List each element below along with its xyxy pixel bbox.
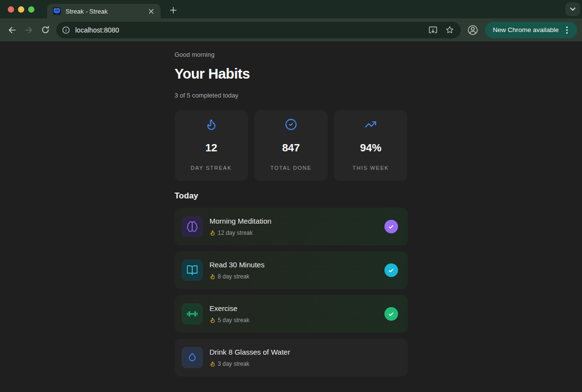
habit-list: Morning Meditation 12 day streak [175, 208, 408, 376]
stat-value: 94% [360, 142, 382, 154]
install-app-icon[interactable] [429, 26, 437, 34]
tab-strip: Streak - Streak [0, 0, 582, 18]
circle-check-icon [285, 118, 297, 131]
habit-complete-toggle[interactable] [384, 220, 398, 233]
trending-up-icon [365, 118, 377, 131]
stats-row: 12 DAY STREAK 847 TOTAL DONE 94% THIS WE… [175, 110, 408, 181]
streak-text: 12 day streak [218, 229, 253, 236]
habit-name: Drink 8 Glasses of Water [210, 348, 398, 356]
book-open-icon [182, 260, 203, 281]
habit-name: Exercise [210, 304, 384, 312]
flame-icon [205, 118, 217, 131]
stat-label: THIS WEEK [352, 165, 389, 171]
address-bar[interactable]: localhost:8080 [56, 22, 461, 38]
dumbbell-icon [182, 303, 203, 325]
habits-container: Good morning Your Habits 3 of 5 complete… [175, 41, 408, 392]
habit-text: Read 30 Minutes 8 day streak [210, 261, 384, 280]
profile-avatar-icon[interactable] [465, 22, 481, 38]
streak-row: 8 day streak [210, 273, 384, 280]
streak-text: 5 day streak [218, 317, 249, 324]
streak-text: 8 day streak [218, 273, 249, 280]
habit-row-drink-water[interactable]: Drink 8 Glasses of Water 3 day streak [175, 339, 408, 376]
habit-row-exercise[interactable]: Exercise 5 day streak [175, 295, 408, 333]
habit-complete-toggle[interactable] [384, 263, 398, 277]
stat-card-total-done: 847 TOTAL DONE [254, 110, 328, 181]
zoom-window-button[interactable] [28, 6, 34, 13]
habit-text: Exercise 5 day streak [210, 304, 384, 324]
stat-card-this-week: 94% THIS WEEK [334, 110, 407, 181]
habit-name: Morning Meditation [210, 217, 384, 225]
site-info-icon[interactable] [62, 26, 70, 34]
chrome-update-label: New Chrome available [493, 26, 559, 33]
tab-search-chevron-button[interactable] [565, 2, 580, 16]
streak-flame-icon [210, 317, 216, 323]
habit-text: Morning Meditation 12 day streak [210, 217, 384, 236]
forward-button[interactable] [20, 22, 37, 38]
stat-card-day-streak: 12 DAY STREAK [175, 110, 248, 181]
brain-icon [182, 216, 203, 237]
stat-label: DAY STREAK [191, 165, 232, 171]
completion-summary: 3 of 5 completed today [175, 92, 408, 99]
stat-value: 12 [205, 142, 217, 154]
streak-row: 3 day streak [210, 360, 398, 367]
stat-value: 847 [282, 142, 300, 154]
tab-title: Streak - Streak [66, 8, 146, 15]
chrome-update-button[interactable]: New Chrome available [485, 22, 577, 38]
reload-button[interactable] [37, 22, 53, 38]
browser-toolbar: localhost:8080 New Chrome available [0, 18, 582, 41]
back-button[interactable] [4, 22, 20, 38]
streak-row: 12 day streak [210, 229, 384, 236]
close-window-button[interactable] [8, 6, 14, 13]
streak-flame-icon [210, 361, 216, 367]
habit-text: Drink 8 Glasses of Water 3 day streak [210, 348, 398, 367]
browser-menu-kebab-icon[interactable] [562, 25, 572, 35]
droplet-icon [182, 347, 203, 368]
habit-complete-toggle[interactable] [384, 307, 398, 321]
page-content: Good morning Your Habits 3 of 5 complete… [0, 41, 582, 392]
habit-row-morning-meditation[interactable]: Morning Meditation 12 day streak [175, 208, 408, 245]
habit-name: Read 30 Minutes [210, 261, 384, 269]
page-title: Your Habits [175, 66, 408, 82]
section-title-today: Today [175, 191, 408, 201]
streak-flame-icon [210, 274, 216, 279]
tab-close-icon[interactable] [146, 6, 156, 16]
favicon [53, 7, 61, 15]
browser-window: Streak - Streak localhost:8080 [0, 0, 582, 392]
streak-row: 5 day streak [210, 317, 384, 324]
habit-row-read-30-minutes[interactable]: Read 30 Minutes 8 day streak [175, 251, 408, 289]
traffic-lights [0, 0, 42, 18]
bookmark-star-icon[interactable] [446, 26, 454, 34]
stat-label: TOTAL DONE [270, 165, 312, 171]
greeting-text: Good morning [175, 51, 408, 58]
streak-text: 3 day streak [218, 360, 249, 367]
url-text[interactable]: localhost:8080 [75, 26, 420, 34]
minimize-window-button[interactable] [18, 6, 24, 13]
new-tab-button[interactable] [166, 3, 180, 17]
streak-flame-icon [210, 230, 216, 236]
tab-streak[interactable]: Streak - Streak [47, 4, 161, 18]
